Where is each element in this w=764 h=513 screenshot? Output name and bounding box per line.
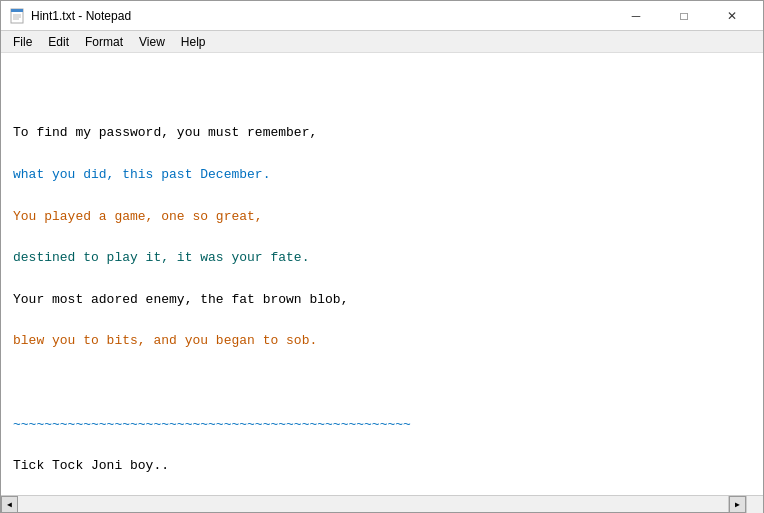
text-line — [13, 61, 751, 82]
title-bar-controls: ─ □ ✕ — [613, 1, 755, 31]
text-line: destined to play it, it was your fate. — [13, 248, 751, 269]
close-button[interactable]: ✕ — [709, 1, 755, 31]
scroll-left-button[interactable]: ◀ — [1, 496, 18, 513]
text-line — [13, 144, 751, 165]
text-line — [13, 352, 751, 373]
text-line — [13, 269, 751, 290]
text-line — [13, 435, 751, 456]
menu-file[interactable]: File — [5, 33, 40, 51]
text-line — [13, 394, 751, 415]
maximize-button[interactable]: □ — [661, 1, 707, 31]
text-line — [13, 103, 751, 124]
text-line — [13, 186, 751, 207]
text-line — [13, 82, 751, 103]
text-line: To find my password, you must remember, — [13, 123, 751, 144]
notepad-icon — [9, 8, 25, 24]
text-editor[interactable]: To find my password, you must remember, … — [1, 53, 763, 495]
title-bar: Hint1.txt - Notepad ─ □ ✕ — [1, 1, 763, 31]
menu-edit[interactable]: Edit — [40, 33, 77, 51]
notepad-window: Hint1.txt - Notepad ─ □ ✕ File Edit Form… — [0, 0, 764, 513]
text-line — [13, 227, 751, 248]
scroll-right-button[interactable]: ▶ — [729, 496, 746, 513]
text-line — [13, 477, 751, 495]
text-line: blew you to bits, and you began to sob. — [13, 331, 751, 352]
editor-area: To find my password, you must remember, … — [1, 53, 763, 495]
title-bar-left: Hint1.txt - Notepad — [9, 8, 131, 24]
horizontal-scrollbar: ◀ ▶ — [1, 495, 763, 512]
menu-view[interactable]: View — [131, 33, 173, 51]
menu-bar: File Edit Format View Help — [1, 31, 763, 53]
text-line: ~~~~~~~~~~~~~~~~~~~~~~~~~~~~~~~~~~~~~~~~… — [13, 415, 751, 436]
scroll-track[interactable] — [18, 496, 729, 512]
text-line: You played a game, one so great, — [13, 207, 751, 228]
menu-help[interactable]: Help — [173, 33, 214, 51]
text-line: Tick Tock Joni boy.. — [13, 456, 751, 477]
scrollbar-corner — [746, 496, 763, 513]
text-line: Your most adored enemy, the fat brown bl… — [13, 290, 751, 311]
window-title: Hint1.txt - Notepad — [31, 9, 131, 23]
text-line: what you did, this past December. — [13, 165, 751, 186]
text-line — [13, 373, 751, 394]
minimize-button[interactable]: ─ — [613, 1, 659, 31]
menu-format[interactable]: Format — [77, 33, 131, 51]
text-line — [13, 311, 751, 332]
svg-rect-1 — [11, 9, 23, 12]
